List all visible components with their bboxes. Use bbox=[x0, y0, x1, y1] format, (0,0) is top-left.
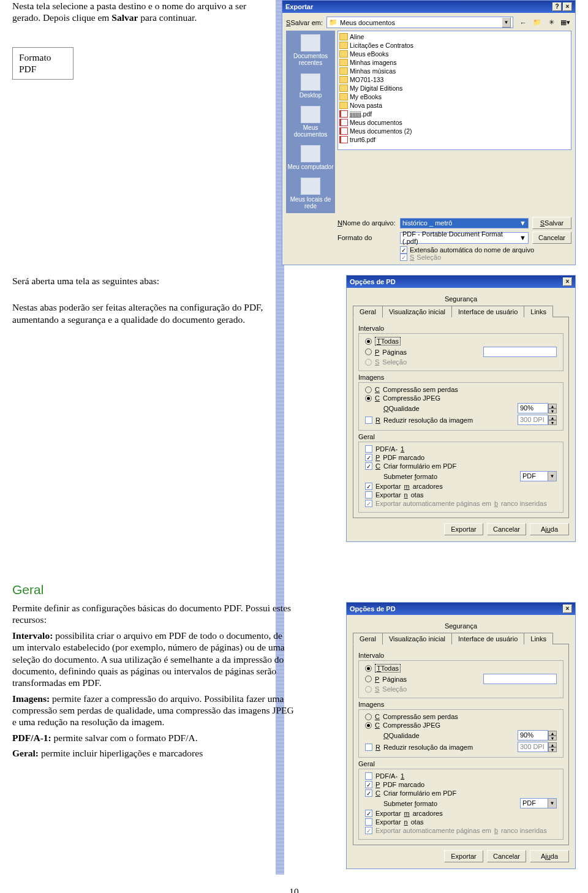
tab-visualizacao[interactable]: Visualização inicial bbox=[382, 306, 452, 317]
tab-visualizacao[interactable]: Visualização inicial bbox=[382, 633, 452, 644]
list-item[interactable]: Meus eBooks bbox=[339, 50, 570, 58]
submeter-label: Submeter formato bbox=[383, 473, 437, 480]
place-computer[interactable]: Meu computador bbox=[286, 141, 335, 174]
cancel-button[interactable]: Cancelar bbox=[487, 523, 526, 535]
auto-extension-checkbox[interactable]: ✓Extensão automática do nome de arquivo bbox=[400, 246, 571, 254]
paragraph: Geral: permite incluir hiperligações e m… bbox=[12, 747, 294, 759]
fieldset-label-imagens: Imagens bbox=[358, 701, 564, 708]
place-desktop[interactable]: Desktop bbox=[286, 70, 335, 102]
chevron-down-icon[interactable]: ▼ bbox=[519, 234, 526, 241]
new-folder-icon[interactable]: ✳ bbox=[545, 17, 557, 28]
save-button[interactable]: SSalvar bbox=[532, 217, 571, 229]
save-in-label: SSalvar em: bbox=[286, 19, 323, 26]
file-list[interactable]: Aline Licitações e Contratos Meus eBooks… bbox=[337, 31, 571, 150]
chevron-down-icon: ▼ bbox=[548, 799, 556, 808]
list-item[interactable]: Licitações e Contratos bbox=[339, 41, 570, 50]
fieldset-label-intervalo: Intervalo bbox=[358, 325, 564, 332]
pdfa-checkbox[interactable]: PDF/A-1 bbox=[365, 772, 557, 780]
close-button[interactable]: × bbox=[563, 2, 572, 11]
chevron-down-icon[interactable]: ▼ bbox=[502, 17, 511, 28]
up-icon[interactable]: 📁 bbox=[531, 17, 543, 28]
titlebar: Opções de PD× bbox=[347, 276, 575, 288]
list-item[interactable]: Meus documentos bbox=[339, 118, 570, 127]
views-icon[interactable]: ▦▾ bbox=[559, 17, 571, 28]
export-notas-checkbox[interactable]: Exportar notas bbox=[365, 491, 557, 499]
criar-form-checkbox[interactable]: ✓CCriar formulário em PDF bbox=[365, 462, 557, 470]
folder-icon bbox=[339, 33, 348, 40]
pdfa-checkbox[interactable]: PDF/A-1 bbox=[365, 445, 557, 453]
list-item[interactable]: My Digital Editions bbox=[339, 84, 570, 92]
reduzir-checkbox[interactable]: RReduzir resolução da imagem300 DPI▲▼ bbox=[365, 415, 557, 425]
folder-icon bbox=[339, 76, 348, 83]
tab-geral[interactable]: Geral bbox=[353, 633, 383, 645]
list-item[interactable]: MO701-133 bbox=[339, 75, 570, 84]
reduzir-checkbox[interactable]: RReduzir resolução da imagem300 DPI▲▼ bbox=[365, 742, 557, 752]
tab-interface[interactable]: Interface de usuário bbox=[451, 633, 524, 644]
export-button[interactable]: Exportar bbox=[444, 850, 483, 862]
list-item[interactable]: Minhas músicas bbox=[339, 67, 570, 75]
tab-links[interactable]: Links bbox=[524, 633, 553, 644]
list-item[interactable]: My eBooks bbox=[339, 92, 570, 101]
tab-geral[interactable]: Geral bbox=[353, 306, 383, 318]
folder-icon bbox=[339, 67, 348, 75]
criar-form-checkbox[interactable]: ✓CCriar formulário em PDF bbox=[365, 789, 557, 797]
place-mydocs[interactable]: Meus documentos bbox=[286, 102, 335, 141]
radio-semperdas[interactable]: CCompressão sem perdas bbox=[365, 713, 557, 720]
radio-paginas[interactable]: PPáginas bbox=[365, 674, 557, 684]
list-item[interactable]: trurt6.pdf bbox=[339, 135, 570, 144]
format-combo[interactable]: PDF - Portable Document Format (.pdf)▼ bbox=[400, 232, 529, 244]
list-item[interactable]: jjjjjjjj.pdf bbox=[339, 110, 570, 118]
submeter-select[interactable]: PDF▼ bbox=[520, 471, 557, 481]
export-notas-checkbox[interactable]: Exportar notas bbox=[365, 818, 557, 826]
filename-input[interactable]: histórico _ metrô▼ bbox=[400, 218, 529, 228]
tab-security[interactable]: Segurança bbox=[353, 293, 569, 305]
paragraph: Intervalo: possibilita criar o arquivo e… bbox=[12, 630, 294, 689]
place-recent[interactable]: Documentos recentes bbox=[286, 31, 335, 70]
chevron-down-icon[interactable]: ▼ bbox=[519, 219, 526, 227]
help-button[interactable]: ? bbox=[552, 2, 562, 11]
filename-label: NNome do arquivo: bbox=[337, 219, 396, 227]
pdf-marcado-checkbox[interactable]: ✓PPDF marcado bbox=[365, 781, 557, 788]
close-button[interactable]: × bbox=[563, 277, 572, 286]
list-item[interactable]: Aline bbox=[339, 32, 570, 41]
export-marcadores-checkbox[interactable]: ✓Exportar marcadores bbox=[365, 810, 557, 817]
folder-icon bbox=[339, 85, 348, 92]
radio-jpeg[interactable]: CCompressão JPEG bbox=[365, 722, 557, 729]
checkbox-icon bbox=[365, 818, 372, 826]
radio-semperdas[interactable]: CCompressão sem perdas bbox=[365, 386, 557, 393]
checkbox-icon bbox=[365, 416, 372, 424]
export-marcadores-checkbox[interactable]: ✓Exportar marcadores bbox=[365, 483, 557, 490]
radio-jpeg[interactable]: CCompressão JPEG bbox=[365, 394, 557, 402]
tab-interface[interactable]: Interface de usuário bbox=[451, 306, 524, 317]
quality-spinner[interactable]: 90%▲▼ bbox=[518, 730, 557, 740]
export-button[interactable]: Exportar bbox=[444, 523, 483, 535]
checkbox-icon bbox=[365, 491, 372, 499]
radio-icon bbox=[365, 676, 372, 682]
pdf-marcado-checkbox[interactable]: ✓PPDF marcado bbox=[365, 454, 557, 461]
radio-todas[interactable]: TTodas bbox=[365, 664, 557, 673]
folder-icon bbox=[339, 59, 348, 66]
pdf-options-dialog: Opções de PD× Segurança Geral Visualizaç… bbox=[346, 275, 576, 542]
place-network[interactable]: Meus locais de rede bbox=[286, 174, 335, 213]
cancel-button[interactable]: Cancelar bbox=[487, 850, 526, 862]
radio-paginas[interactable]: PPáginas bbox=[365, 347, 557, 357]
qualidade-label: QQualidade bbox=[383, 405, 420, 412]
paragraph: Nestas abas poderão ser feitas alteraçõe… bbox=[12, 301, 276, 325]
submeter-select[interactable]: PDF▼ bbox=[520, 798, 557, 808]
cancel-button[interactable]: Cancelar bbox=[532, 232, 571, 244]
pages-input[interactable] bbox=[483, 674, 557, 684]
save-in-combo[interactable]: 📁 Meus documentos ▼ bbox=[326, 17, 513, 28]
help-button[interactable]: Ajuda bbox=[530, 850, 569, 862]
back-icon[interactable]: ← bbox=[517, 17, 529, 28]
list-item[interactable]: Minhas imagens bbox=[339, 58, 570, 67]
tab-links[interactable]: Links bbox=[524, 306, 553, 317]
pages-input[interactable] bbox=[483, 347, 557, 357]
tab-security[interactable]: Segurança bbox=[353, 620, 569, 632]
quality-spinner[interactable]: 90%▲▼ bbox=[518, 403, 557, 413]
help-button[interactable]: Ajuda bbox=[530, 523, 569, 535]
radio-todas[interactable]: TTodas bbox=[365, 337, 557, 345]
auto-blank-checkbox: ✓Exportar automaticamente páginas em bra… bbox=[365, 827, 557, 834]
list-item[interactable]: Meus documentos (2) bbox=[339, 127, 570, 135]
close-button[interactable]: × bbox=[563, 605, 572, 613]
list-item[interactable]: Nova pasta bbox=[339, 101, 570, 110]
